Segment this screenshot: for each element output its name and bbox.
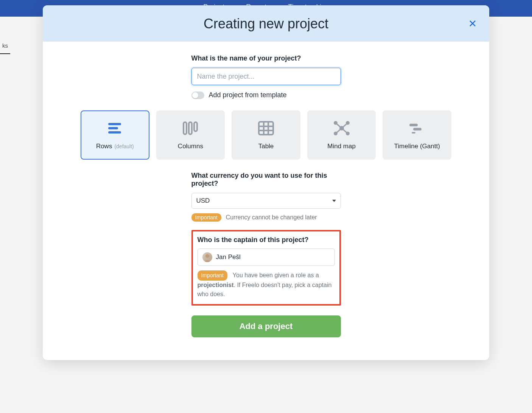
view-selector: Rows (default) Columns <box>81 110 451 160</box>
svg-rect-1 <box>108 127 118 129</box>
captain-label: Who is the captain of this project? <box>198 236 335 244</box>
svg-point-15 <box>339 126 344 130</box>
captain-value: Jan Pešl <box>216 253 241 261</box>
currency-value: USD <box>196 197 210 205</box>
svg-rect-2 <box>108 131 121 134</box>
currency-select[interactable]: USD <box>191 193 341 209</box>
table-icon <box>258 120 274 137</box>
view-label-suffix: (default) <box>114 143 134 149</box>
view-rows[interactable]: Rows (default) <box>81 110 149 160</box>
view-label-text: Mind map <box>327 143 356 150</box>
svg-rect-22 <box>412 132 415 134</box>
captain-note-bold: projectionist <box>198 282 234 288</box>
captain-note: Important You have been given a role as … <box>198 270 335 299</box>
view-label-text: Columns <box>178 143 203 150</box>
columns-icon <box>182 120 199 137</box>
svg-rect-21 <box>413 128 422 130</box>
svg-point-17 <box>346 121 350 125</box>
add-project-button[interactable]: Add a project <box>191 315 341 337</box>
modal-title: Creating new project <box>50 16 482 32</box>
view-table[interactable]: Table <box>232 110 300 160</box>
view-columns[interactable]: Columns <box>156 110 225 160</box>
svg-point-18 <box>334 132 338 135</box>
modal-header: Creating new project <box>43 5 489 42</box>
view-mindmap[interactable]: Mind map <box>307 110 376 160</box>
close-icon <box>469 20 476 27</box>
view-timeline[interactable]: Timeline (Gantt) <box>383 110 451 160</box>
template-toggle-label: Add project from template <box>209 91 287 99</box>
project-name-label: What is the name of your project? <box>191 54 341 62</box>
captain-select[interactable]: Jan Pešl <box>198 248 335 266</box>
svg-rect-0 <box>108 123 121 125</box>
template-toggle[interactable] <box>191 92 204 99</box>
svg-point-23 <box>205 254 209 258</box>
avatar <box>202 252 212 262</box>
project-name-input[interactable] <box>191 68 341 85</box>
svg-rect-5 <box>194 122 197 131</box>
captain-section: Who is the captain of this project? Jan … <box>191 230 341 306</box>
close-button[interactable] <box>467 18 478 29</box>
create-project-modal: Creating new project What is the name of… <box>43 5 489 360</box>
svg-point-19 <box>346 132 350 135</box>
caret-down-icon <box>332 200 336 202</box>
view-label-text: Table <box>258 143 274 150</box>
svg-rect-3 <box>184 122 187 134</box>
important-badge: Important <box>191 213 221 222</box>
view-label-text: Rows <box>96 143 112 150</box>
svg-rect-6 <box>259 122 273 135</box>
currency-hint: Currency cannot be changed later <box>226 214 317 221</box>
svg-rect-20 <box>409 124 418 126</box>
svg-rect-4 <box>189 122 192 134</box>
modal-backdrop: Creating new project What is the name of… <box>0 0 532 413</box>
mindmap-icon <box>333 120 351 137</box>
svg-point-16 <box>334 121 338 125</box>
timeline-icon <box>409 120 425 137</box>
currency-label: What currency do you want to use for thi… <box>191 172 341 188</box>
rows-icon <box>107 120 123 137</box>
modal-body: What is the name of your project? Add pr… <box>43 42 489 360</box>
important-badge: Important <box>198 270 227 281</box>
view-label-text: Timeline (Gantt) <box>394 143 440 150</box>
captain-note-text-1: You have been given a role as a <box>233 272 319 278</box>
